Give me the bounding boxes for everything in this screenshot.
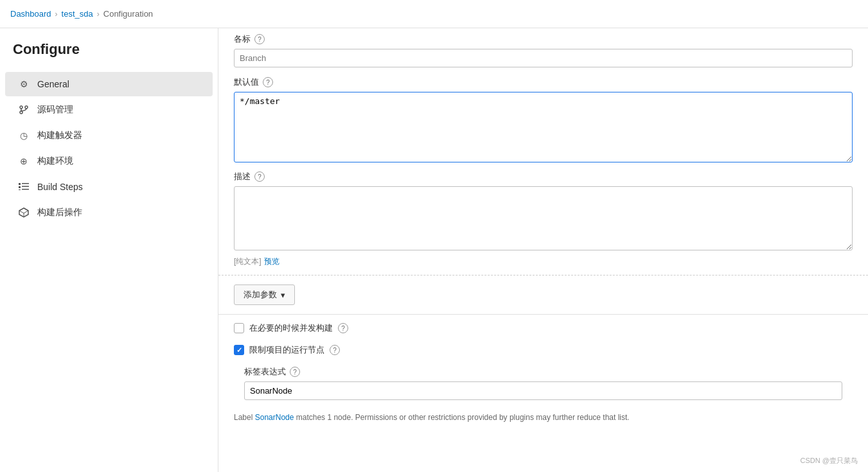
breadcrumb-current: Configuration [103, 9, 153, 19]
list-icon [18, 181, 30, 193]
tag-expression-section: 标签表达式 ? [218, 363, 868, 408]
default-value-textarea[interactable]: */master [234, 92, 853, 162]
sidebar-item-label-post: 构建后操作 [37, 207, 82, 218]
cube-icon [18, 207, 30, 218]
add-param-section: 添加参数 ▾ [218, 275, 868, 315]
concurrent-build-help-icon[interactable]: ? [338, 323, 348, 333]
restrict-node-row: 限制项目的运行节点 ? [234, 344, 340, 356]
description-textarea[interactable] [234, 186, 853, 250]
breadcrumb: Dashboard › test_sda › Configuration [0, 0, 868, 28]
sidebar-title: Configure [0, 41, 218, 71]
branch-help-icon[interactable]: ? [254, 34, 265, 44]
branch-label: 各标 ? [234, 33, 853, 45]
preview-plain-text: [纯文本] [234, 256, 261, 267]
add-param-button[interactable]: 添加参数 ▾ [234, 284, 295, 305]
default-value-group: 默认值 ? */master [234, 70, 853, 164]
branch-label-container: 各标 ? [234, 28, 853, 70]
tag-info-suffix: matches 1 node. Permissions or other res… [294, 413, 629, 422]
branch-input[interactable] [234, 49, 853, 67]
preview-link[interactable]: 预览 [264, 256, 279, 267]
description-label: 描述 ? [234, 171, 853, 182]
svg-rect-8 [22, 186, 29, 188]
content-area: 各标 ? 默认值 ? */master 描述 ? [218, 28, 868, 472]
svg-point-1 [25, 106, 28, 109]
gear-icon: ⚙ [18, 78, 30, 90]
sidebar-item-label-general: General [37, 79, 69, 89]
sidebar-item-label-source: 源码管理 [37, 104, 73, 116]
concurrent-build-label: 在必要的时候并发构建 [249, 322, 333, 334]
svg-point-0 [20, 106, 22, 109]
sidebar-item-general[interactable]: ⚙ General [5, 72, 213, 96]
default-value-help-icon[interactable]: ? [263, 77, 273, 87]
breadcrumb-dashboard[interactable]: Dashboard [10, 9, 51, 19]
description-group: 描述 ? [纯文本] 预览 [234, 164, 853, 267]
sidebar-item-label-steps: Build Steps [37, 182, 83, 192]
sidebar-item-post-build[interactable]: 构建后操作 [5, 200, 213, 225]
tag-expression-help-icon[interactable]: ? [290, 367, 300, 377]
concurrent-build-row: 在必要的时候并发构建 ? [234, 322, 348, 334]
restrict-node-checkbox[interactable] [234, 345, 244, 355]
sidebar: Configure ⚙ General 源码管理 ◷ 构建触发器 ⊕ [0, 28, 218, 472]
tag-info-highlight: SonarNode [255, 413, 294, 422]
tag-info-message: Label SonarNode matches 1 node. Permissi… [218, 408, 868, 427]
restrict-node-section: 限制项目的运行节点 ? [218, 342, 868, 363]
svg-rect-5 [19, 186, 21, 188]
breadcrumb-sep-1: › [55, 10, 58, 19]
tag-expression-input[interactable] [244, 381, 842, 400]
breadcrumb-sep-2: › [97, 10, 100, 19]
branch-icon [18, 104, 30, 116]
sidebar-item-source-control[interactable]: 源码管理 [5, 98, 213, 122]
sidebar-item-label-env: 构建环境 [37, 155, 73, 167]
sidebar-item-build-steps[interactable]: Build Steps [5, 175, 213, 199]
add-param-label: 添加参数 [244, 289, 277, 301]
svg-rect-9 [22, 189, 29, 190]
chevron-down-icon: ▾ [281, 290, 285, 300]
sidebar-item-build-env[interactable]: ⊕ 构建环境 [5, 149, 213, 173]
description-help-icon[interactable]: ? [254, 171, 265, 182]
tag-info-prefix: Label [234, 413, 255, 422]
svg-rect-4 [19, 183, 21, 185]
restrict-node-label: 限制项目的运行节点 [249, 344, 324, 356]
svg-rect-6 [19, 189, 21, 190]
sidebar-item-build-triggers[interactable]: ◷ 构建触发器 [5, 123, 213, 148]
svg-rect-7 [22, 183, 29, 184]
globe-icon: ⊕ [18, 155, 30, 167]
clock-icon: ◷ [18, 130, 30, 141]
concurrent-build-checkbox[interactable] [234, 323, 244, 333]
svg-point-2 [20, 111, 22, 114]
sidebar-item-label-triggers: 构建触发器 [37, 130, 82, 141]
breadcrumb-project[interactable]: test_sda [62, 9, 93, 19]
restrict-node-help-icon[interactable]: ? [330, 345, 340, 355]
preview-section: [纯文本] 预览 [234, 256, 853, 267]
tag-expression-label: 标签表达式 ? [244, 366, 853, 378]
default-value-label: 默认值 ? [234, 76, 853, 88]
watermark: CSDN @壹只菜鸟 [801, 456, 858, 466]
concurrent-build-section: 在必要的时候并发构建 ? [218, 315, 868, 342]
svg-marker-11 [19, 208, 28, 213]
